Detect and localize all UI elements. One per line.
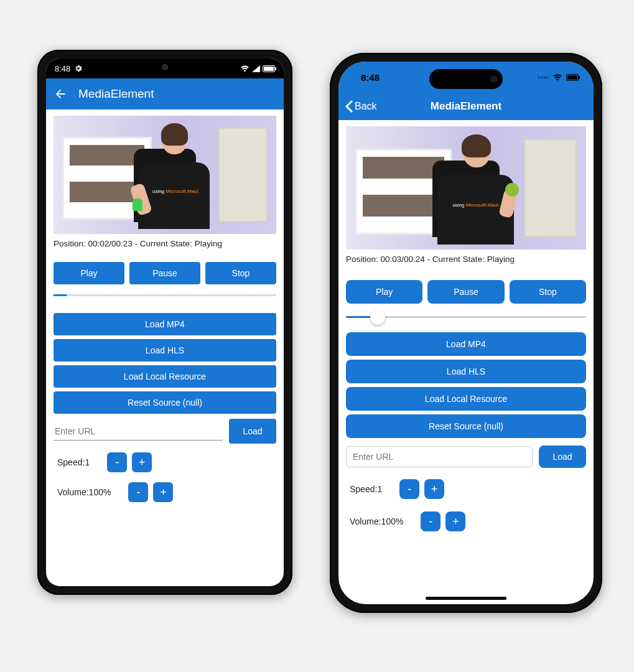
reset-source-button[interactable]: Reset Source (null) [346, 414, 586, 438]
battery-icon [566, 74, 579, 81]
pause-button[interactable]: Pause [427, 280, 504, 304]
status-time: 8:48 [361, 72, 380, 83]
position-status: Position: 00:03/00:24 - Current State: P… [346, 254, 586, 264]
battery-icon [263, 65, 275, 72]
volume-decrease-button[interactable]: - [128, 482, 148, 502]
speed-decrease-button[interactable]: - [107, 452, 127, 472]
load-url-button[interactable]: Load [539, 446, 586, 468]
page-title: MediaElement [78, 87, 154, 101]
ios-device-frame: 8:48 •••• Back MediaElement [330, 53, 602, 613]
volume-decrease-button[interactable]: - [421, 511, 441, 531]
url-input[interactable] [54, 422, 223, 441]
play-button[interactable]: Play [346, 280, 422, 304]
android-nav-bar[interactable] [131, 580, 199, 582]
volume-label: Volume:100% [57, 487, 111, 497]
status-time: 8:48 [55, 64, 70, 73]
play-button[interactable]: Play [54, 262, 124, 284]
load-local-button[interactable]: Load Local Resource [54, 365, 276, 388]
android-content: using Microsoft.Maui; Position: 00:02/00… [46, 110, 284, 502]
reset-source-button[interactable]: Reset Source (null) [54, 391, 276, 414]
video-player[interactable]: using Microsoft.Maui; [346, 126, 586, 250]
signal-icon [252, 65, 260, 72]
volume-increase-button[interactable]: + [153, 482, 173, 502]
android-figurine-icon [133, 198, 142, 211]
ios-home-indicator[interactable] [426, 597, 506, 600]
load-mp4-button[interactable]: Load MP4 [54, 313, 276, 335]
cellular-icon: •••• [538, 74, 549, 81]
load-mp4-button[interactable]: Load MP4 [346, 332, 586, 356]
video-player[interactable]: using Microsoft.Maui; [54, 116, 276, 234]
apple-icon [505, 183, 519, 197]
android-screen: 8:48 MediaElement using Microsoft. [46, 58, 284, 586]
app-header: MediaElement [46, 78, 284, 110]
url-input[interactable] [346, 446, 533, 467]
back-button[interactable]: Back [345, 93, 377, 120]
speed-increase-button[interactable]: + [132, 452, 152, 472]
speed-label: Speed:1 [57, 457, 90, 467]
chevron-left-icon [345, 100, 353, 113]
speed-increase-button[interactable]: + [424, 479, 444, 499]
dynamic-island [429, 69, 503, 89]
load-local-button[interactable]: Load Local Resource [346, 387, 586, 411]
pause-button[interactable]: Pause [129, 262, 200, 284]
ios-content: using Microsoft.Maui; Position: 00:03/00… [338, 120, 594, 531]
gear-icon [74, 64, 83, 73]
wifi-icon [552, 73, 562, 81]
position-slider[interactable] [54, 289, 276, 301]
load-url-button[interactable]: Load [229, 419, 276, 444]
speed-decrease-button[interactable]: - [399, 479, 419, 499]
stop-button[interactable]: Stop [510, 280, 586, 304]
load-hls-button[interactable]: Load HLS [346, 360, 586, 383]
volume-label: Volume:100% [350, 516, 403, 526]
android-device-frame: 8:48 MediaElement using Microsoft. [37, 50, 292, 595]
position-status: Position: 00:02/00:23 - Current State: P… [54, 239, 276, 248]
position-slider[interactable] [346, 309, 586, 327]
stop-button[interactable]: Stop [205, 262, 276, 284]
android-camera-hole [162, 64, 168, 70]
app-header: Back MediaElement [338, 93, 594, 120]
load-hls-button[interactable]: Load HLS [54, 339, 276, 362]
back-arrow-icon[interactable] [54, 87, 67, 101]
volume-increase-button[interactable]: + [445, 511, 465, 531]
page-title: MediaElement [431, 100, 501, 113]
ios-screen: 8:48 •••• Back MediaElement [338, 62, 594, 604]
wifi-icon [240, 65, 249, 72]
speed-label: Speed:1 [350, 484, 382, 494]
